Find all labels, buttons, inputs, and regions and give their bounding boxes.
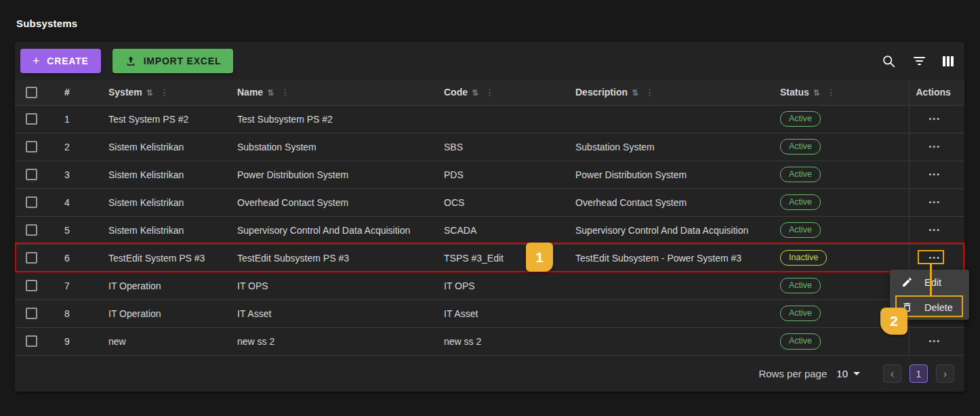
- cell-name: Substation System: [226, 133, 433, 161]
- column-menu-icon[interactable]: ⋮: [645, 87, 654, 98]
- cell-system: IT Operation: [98, 299, 226, 327]
- row-actions-button[interactable]: •••: [927, 168, 942, 181]
- table-row: 4 Sistem Kelistrikan Overhead Contact Sy…: [15, 188, 964, 216]
- sort-icon[interactable]: ⇅: [632, 88, 638, 98]
- pagination: ‹ 1 ›: [883, 365, 954, 383]
- row-checkbox[interactable]: [26, 280, 37, 291]
- prev-page-button[interactable]: ‹: [883, 365, 901, 383]
- row-checkbox[interactable]: [26, 169, 37, 180]
- select-all-checkbox[interactable]: [26, 87, 37, 98]
- chevron-down-icon: [853, 372, 860, 375]
- row-checkbox[interactable]: [26, 113, 37, 125]
- sort-icon[interactable]: ⇅: [146, 88, 153, 98]
- status-badge: Active: [780, 278, 821, 294]
- cell-code: PDS: [433, 161, 565, 188]
- row-checkbox[interactable]: [26, 196, 37, 208]
- cell-description: Power Distribution System: [565, 161, 769, 188]
- row-actions-button[interactable]: •••: [927, 140, 942, 153]
- cell-name: new ss 2: [226, 327, 433, 355]
- row-actions-button[interactable]: •••: [927, 224, 942, 236]
- cell-name: Power Distribution System: [226, 161, 433, 188]
- filter-button[interactable]: [912, 56, 926, 66]
- rows-per-page-select[interactable]: 10: [836, 368, 860, 379]
- column-menu-icon[interactable]: ⋮: [827, 87, 836, 98]
- table-row: 2 Sistem Kelistrikan Substation System S…: [15, 133, 964, 161]
- cell-code: new ss 2: [433, 327, 565, 355]
- sort-icon[interactable]: ⇅: [813, 88, 820, 98]
- cell-name: IT Asset: [226, 299, 433, 327]
- import-excel-button[interactable]: IMPORT EXCEL: [113, 49, 234, 73]
- cell-system: TestEdit System PS #3: [98, 244, 226, 272]
- column-header-status[interactable]: Status⇅⋮: [769, 80, 909, 105]
- menu-item-edit[interactable]: Edit: [890, 270, 969, 295]
- plus-icon: +: [33, 55, 40, 67]
- menu-item-delete[interactable]: Delete: [890, 295, 969, 320]
- cell-code: OCS: [433, 188, 565, 216]
- columns-button[interactable]: [941, 55, 955, 68]
- next-page-button[interactable]: ›: [936, 365, 954, 383]
- cell-code: IT OPS: [433, 272, 565, 299]
- sort-icon[interactable]: ⇅: [267, 88, 274, 98]
- cell-code: SBS: [433, 133, 565, 161]
- cell-system: Sistem Kelistrikan: [98, 188, 226, 216]
- cell-code: [433, 105, 565, 133]
- column-menu-icon[interactable]: ⋮: [485, 87, 494, 98]
- cell-name: IT OPS: [226, 272, 433, 299]
- cell-index: 6: [54, 244, 98, 272]
- cell-index: 8: [54, 299, 98, 327]
- column-header-description[interactable]: Description⇅⋮: [565, 80, 769, 105]
- status-badge: Active: [780, 222, 821, 238]
- status-badge: Active: [780, 167, 821, 183]
- cell-description: [565, 105, 769, 133]
- upload-icon: [125, 55, 137, 67]
- row-checkbox[interactable]: [26, 308, 37, 319]
- cell-index: 1: [54, 105, 98, 133]
- sort-icon[interactable]: ⇅: [472, 88, 478, 98]
- cell-index: 4: [54, 188, 98, 216]
- table-row: 8 IT Operation IT Asset IT Asset Active …: [15, 299, 964, 327]
- filter-icon: [914, 57, 925, 65]
- row-checkbox[interactable]: [26, 252, 37, 264]
- column-menu-icon[interactable]: ⋮: [281, 87, 289, 98]
- table-row: 7 IT Operation IT OPS IT OPS Active •••: [15, 272, 964, 299]
- row-checkbox[interactable]: [26, 141, 37, 152]
- column-header-system[interactable]: System⇅⋮: [98, 80, 226, 105]
- row-context-menu: Edit Delete: [890, 270, 969, 320]
- cell-code: TSPS #3_Edit: [433, 244, 565, 272]
- row-checkbox[interactable]: [26, 224, 37, 236]
- cell-system: Test System PS #2: [98, 105, 226, 133]
- cell-index: 5: [54, 216, 98, 244]
- cell-description: Overhead Contact System: [565, 188, 769, 216]
- row-actions-button[interactable]: •••: [927, 196, 942, 209]
- cell-description: Substation System: [565, 133, 769, 161]
- page-title: Subsystems: [16, 18, 77, 29]
- columns-icon: [943, 56, 954, 66]
- column-menu-icon[interactable]: ⋮: [160, 87, 169, 98]
- table-row: 9 new new ss 2 new ss 2 Active •••: [15, 327, 964, 355]
- column-header-name[interactable]: Name⇅⋮: [226, 80, 433, 105]
- cell-name: Overhead Contact System: [226, 188, 433, 216]
- row-actions-button[interactable]: •••: [927, 335, 942, 348]
- rows-per-page-label: Rows per page: [758, 368, 827, 379]
- row-actions-button[interactable]: •••: [927, 251, 942, 264]
- table-row-highlighted: 6 TestEdit System PS #3 TestEdit Subsyst…: [15, 244, 964, 272]
- create-button-label: CREATE: [47, 56, 88, 66]
- cell-name: TestEdit Subsystem PS #3: [226, 244, 433, 272]
- status-badge: Active: [780, 194, 821, 211]
- row-actions-button[interactable]: •••: [927, 112, 942, 125]
- table-toolbar: + CREATE IMPORT EXCEL: [15, 42, 964, 80]
- search-button[interactable]: [880, 53, 897, 70]
- cell-index: 9: [54, 327, 98, 355]
- create-button[interactable]: + CREATE: [20, 49, 101, 73]
- cell-index: 2: [54, 133, 98, 161]
- page-1-button[interactable]: 1: [910, 365, 928, 383]
- subsystems-card: + CREATE IMPORT EXCEL: [15, 42, 964, 392]
- trash-icon: [901, 301, 913, 313]
- cell-description: Supervisory Control And Data Acquisition: [565, 216, 769, 244]
- search-icon: [882, 54, 896, 68]
- column-header-code[interactable]: Code⇅⋮: [433, 80, 565, 105]
- rows-per-page-value: 10: [836, 368, 848, 379]
- cell-code: IT Asset: [433, 299, 565, 327]
- row-checkbox[interactable]: [26, 335, 37, 347]
- cell-system: Sistem Kelistrikan: [98, 216, 226, 244]
